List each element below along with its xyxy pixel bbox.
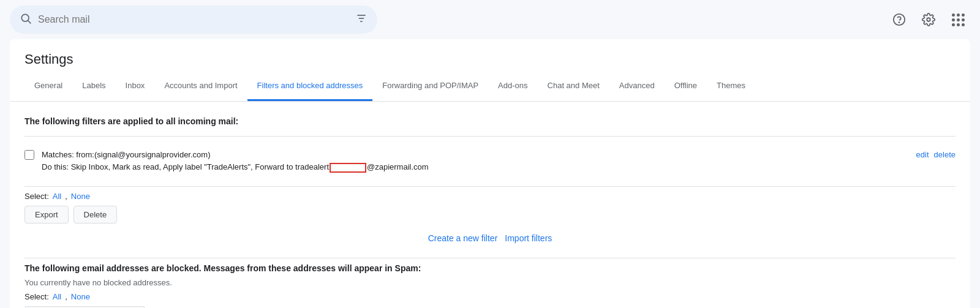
settings-button[interactable] bbox=[916, 7, 941, 32]
filter-matches: Matches: from:(signal@yoursignalprovider… bbox=[42, 149, 909, 162]
filter-action: Do this: Skip Inbox, Mark as read, Apply… bbox=[42, 161, 909, 174]
filter-row: Matches: from:(signal@yoursignalprovider… bbox=[24, 141, 956, 182]
search-bar[interactable] bbox=[10, 6, 377, 34]
tab-accounts[interactable]: Accounts and Import bbox=[154, 72, 247, 101]
redacted-email-part bbox=[330, 163, 366, 173]
divider-blocked bbox=[24, 258, 956, 258]
topbar-right bbox=[887, 7, 970, 32]
blocked-header: The following email addresses are blocke… bbox=[24, 263, 956, 273]
filter-icon[interactable] bbox=[355, 12, 368, 28]
apps-button[interactable] bbox=[946, 7, 970, 32]
blocked-select-label: Select: bbox=[24, 292, 49, 301]
settings-nav: General Labels Inbox Accounts and Import… bbox=[10, 72, 970, 102]
tab-chat[interactable]: Chat and Meet bbox=[538, 72, 609, 101]
select-none-blocked[interactable]: None bbox=[71, 292, 90, 301]
content-area: The following filters are applied to all… bbox=[10, 102, 970, 309]
create-filter-link[interactable]: Create a new filter bbox=[428, 233, 498, 243]
no-blocked-text: You currently have no blocked addresses. bbox=[24, 278, 956, 287]
divider-after-filter bbox=[24, 186, 956, 187]
tab-inbox[interactable]: Inbox bbox=[116, 72, 155, 101]
select-none-filters[interactable]: None bbox=[71, 192, 90, 201]
tab-addons[interactable]: Add-ons bbox=[488, 72, 537, 101]
export-button[interactable]: Export bbox=[24, 206, 69, 223]
tab-labels[interactable]: Labels bbox=[72, 72, 115, 101]
filter-action-buttons: edit delete bbox=[916, 149, 956, 159]
action-suffix: @zapiermail.com bbox=[367, 162, 429, 171]
select-all-filters[interactable]: All bbox=[53, 192, 61, 201]
tab-offline[interactable]: Offline bbox=[665, 72, 707, 101]
filter-details: Matches: from:(signal@yoursignalprovider… bbox=[42, 149, 909, 175]
filter-checkbox[interactable] bbox=[24, 150, 34, 160]
page-title: Settings bbox=[10, 39, 970, 72]
svg-point-0 bbox=[21, 14, 29, 21]
settings-panel: Settings General Labels Inbox Accounts a… bbox=[10, 39, 970, 308]
delete-filter-button[interactable]: delete bbox=[934, 150, 956, 159]
filter-links: Create a new filter Import filters bbox=[24, 233, 956, 243]
tab-general[interactable]: General bbox=[24, 72, 72, 101]
search-input[interactable] bbox=[38, 14, 349, 25]
divider-top bbox=[24, 136, 956, 137]
matches-value: from:(signal@yoursignalprovider.com) bbox=[76, 150, 210, 159]
import-filters-link[interactable]: Import filters bbox=[505, 233, 552, 243]
action-prefix: Do this: Skip Inbox, Mark as read, Apply… bbox=[42, 162, 329, 171]
filters-select-row: Select: All, None bbox=[24, 192, 956, 201]
edit-filter-button[interactable]: edit bbox=[916, 150, 929, 159]
matches-label: Matches: bbox=[42, 150, 76, 159]
topbar bbox=[0, 0, 980, 39]
svg-line-1 bbox=[28, 20, 31, 23]
blocked-select-row: Select: All, None bbox=[24, 292, 956, 301]
filter-action-row: Export Delete bbox=[24, 206, 956, 223]
tab-forwarding[interactable]: Forwarding and POP/IMAP bbox=[372, 72, 488, 101]
apps-grid-icon bbox=[952, 13, 964, 26]
tab-filters[interactable]: Filters and blocked addresses bbox=[247, 72, 373, 101]
search-icon bbox=[20, 12, 32, 28]
svg-point-7 bbox=[927, 18, 930, 21]
tab-advanced[interactable]: Advanced bbox=[609, 72, 665, 101]
select-all-blocked[interactable]: All bbox=[53, 292, 61, 301]
select-label: Select: bbox=[24, 192, 49, 201]
tab-themes[interactable]: Themes bbox=[707, 72, 755, 101]
help-button[interactable] bbox=[887, 7, 911, 32]
delete-button[interactable]: Delete bbox=[74, 206, 118, 223]
filters-header: The following filters are applied to all… bbox=[24, 111, 956, 131]
